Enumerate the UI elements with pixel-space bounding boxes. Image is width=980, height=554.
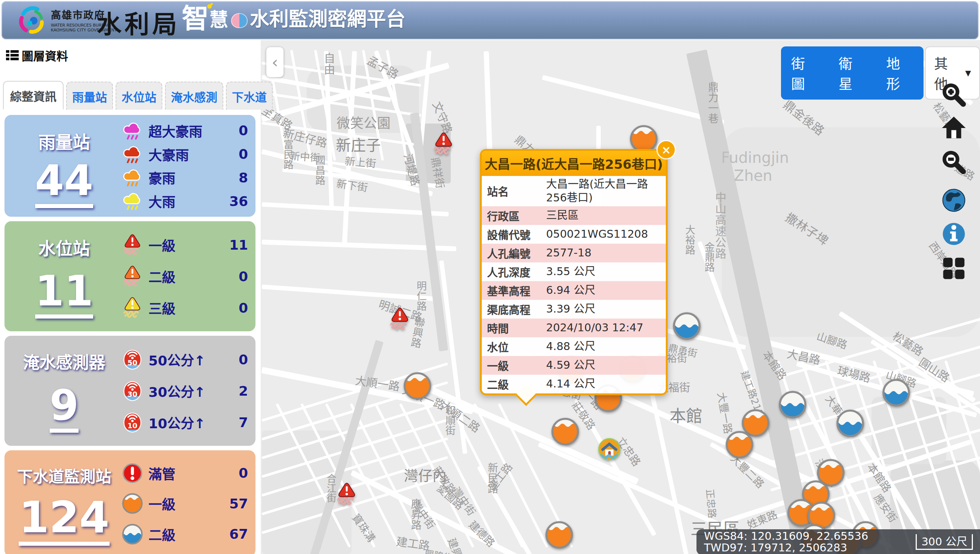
map-label: 應昇路 (408, 499, 423, 530)
map-label: 自由 (320, 53, 337, 75)
popup-row-一級: 一級 4.59 公尺 (482, 356, 666, 375)
alert-waves-icon (122, 297, 143, 319)
layers-heading: 圖層資料 (6, 47, 261, 64)
legend-label: 三級 (148, 298, 175, 318)
legend-count: 57 (229, 496, 248, 511)
legend-label: 50公分↑ (148, 350, 205, 369)
popup-close-button[interactable]: × (657, 141, 675, 158)
marker-sewer-l1[interactable] (545, 520, 574, 549)
basemap-button-地形[interactable]: 地形 (876, 46, 924, 100)
summary-panels: 雨量站 44 超大豪雨 0 大豪雨 0 豪雨 8 大雨 36 水位站 11 (0, 110, 261, 554)
popup-row-value: 050021WGS11208 (546, 227, 666, 241)
lightbulb-icon (207, 4, 212, 9)
home-button[interactable] (941, 115, 967, 141)
sewer-l1-icon (122, 493, 143, 514)
panel-title: 下水道監測站 (17, 464, 111, 487)
alert-waves-icon (122, 234, 143, 255)
bureau-title: 水利局 (97, 4, 180, 40)
map-label: 微笑公園 (337, 112, 390, 132)
popup-row-value: 2577-18 (546, 246, 666, 259)
layers-grid-button[interactable] (941, 255, 967, 281)
popup-row-value: 大昌一路(近大昌一路256巷口) (546, 177, 666, 205)
legend-item-flood-sensor-1: 30 30公分↑ 2 (122, 380, 248, 402)
alert-waves-icon (122, 265, 143, 287)
marker-sewer-l2[interactable] (835, 409, 865, 438)
marker-sewer-l1[interactable] (725, 430, 754, 459)
popup-row-label: 站名 (487, 183, 546, 199)
basemap-button-衛星[interactable]: 衛星 (829, 46, 876, 100)
tab-雨量站[interactable]: 雨量站 (66, 81, 113, 110)
coordinates-bar: WGS84: 120.31609, 22.65536 TWD97: 179712… (697, 529, 980, 554)
legend-item-water-level-0: 一級 11 (122, 234, 248, 255)
svg-text:10: 10 (127, 421, 137, 430)
legend-label: 一級 (148, 494, 175, 513)
layers-sidebar: 圖層資料 綜整資訊雨量站水位站淹水感測下水道 雨量站 44 超大豪雨 0 大豪雨… (0, 40, 261, 554)
map-label: 和順街 (442, 405, 457, 435)
legend-label: 二級 (148, 267, 175, 286)
basemap-button-街圖[interactable]: 街圖 (781, 46, 829, 100)
legend-item-flood-sensor-2: 10 10公分↑ 7 (122, 411, 248, 433)
legend-label: 一級 (148, 235, 175, 255)
map-label: Zhen (734, 167, 772, 184)
legend-item-sewer-2: 二級 67 (122, 523, 248, 545)
sensor-icon: 50 (122, 348, 143, 370)
legend-label: 超大豪雨 (148, 121, 202, 140)
popup-row-label: 一級 (487, 358, 546, 373)
map-label: 寶珠溝 (349, 511, 380, 545)
popup-row-label: 行政區 (487, 208, 546, 224)
zoom-out-button[interactable] (941, 149, 967, 175)
popup-row-label: 二級 (487, 376, 546, 392)
map-canvas[interactable]: 微笑公園孟子路自由文守路至真路新庄仔路新庄子新上街新下街新中街富民路國昌路河堤路… (261, 40, 980, 554)
map-label: 本館 (670, 403, 702, 427)
panel-total[interactable]: 9 (50, 383, 79, 433)
legend-count: 0 (239, 146, 248, 162)
marker-sewer-l2[interactable] (881, 378, 911, 407)
panel-total[interactable]: 124 (19, 495, 109, 546)
layer-tabs: 綜整資訊雨量站水位站淹水感測下水道 (3, 81, 258, 110)
panel-water-level: 水位站 11 一級 11 二級 0 三級 0 (5, 221, 256, 331)
globe-button[interactable] (941, 187, 967, 213)
panel-sewer: 下水道監測站 124 滿管 0 一級 57 二級 67 (5, 450, 256, 554)
legend-count: 0 (239, 269, 248, 284)
tab-淹水感測[interactable]: 淹水感測 (165, 81, 223, 110)
popup-row-二級: 二級 4.14 公尺 (482, 375, 666, 393)
zoom-in-icon (941, 102, 967, 109)
popup-row-value: 4.14 公尺 (546, 377, 666, 390)
popup-title: 大昌一路(近大昌一路256巷口) (482, 151, 666, 176)
info-button[interactable] (941, 221, 967, 247)
marker-sewer-l2[interactable] (672, 311, 702, 341)
marker-sewer-l1[interactable] (403, 371, 432, 401)
info-icon (941, 241, 967, 249)
map-label: 富民路 (280, 139, 295, 169)
chevron-left-icon: ‹ (272, 53, 278, 72)
popup-row-水位: 水位 4.88 公尺 (482, 337, 666, 356)
marker-flood-sensor[interactable] (597, 437, 621, 461)
sensor-icon: 10 (122, 411, 143, 433)
legend-item-sewer-1: 一級 57 (122, 493, 248, 514)
tab-下水道[interactable]: 下水道 (226, 81, 273, 110)
marker-water-alert[interactable] (335, 482, 358, 506)
legend-item-rain-3: 大雨 36 (122, 190, 248, 212)
legend-count: 0 (239, 300, 248, 316)
marker-water-alert[interactable] (388, 307, 412, 330)
zoom-in-button[interactable] (941, 81, 967, 108)
popup-row-label: 設備代號 (487, 227, 546, 242)
panel-title: 雨量站 (38, 128, 90, 153)
legend-label: 10公分↑ (148, 412, 205, 432)
marker-water-alert[interactable] (432, 132, 455, 155)
popup-row-value: 4.59 公尺 (546, 358, 666, 372)
popup-row-label: 渠底高程 (487, 301, 546, 317)
panel-total[interactable]: 11 (35, 269, 94, 319)
legend-item-rain-0: 超大豪雨 0 (122, 120, 248, 142)
panel-total[interactable]: 44 (35, 159, 94, 209)
legend-count: 0 (239, 465, 248, 481)
panel-title: 淹水感測器 (23, 349, 105, 373)
marker-sewer-l1[interactable] (550, 417, 580, 446)
sidebar-collapse-button[interactable]: ‹ (266, 47, 283, 77)
globe-icon (941, 208, 967, 215)
legend-count: 36 (229, 193, 248, 209)
sensor-icon: 30 (122, 380, 143, 402)
marker-sewer-l2[interactable] (778, 390, 807, 419)
tab-水位站[interactable]: 水位站 (116, 81, 162, 110)
tab-綜整資訊[interactable]: 綜整資訊 (3, 81, 64, 110)
